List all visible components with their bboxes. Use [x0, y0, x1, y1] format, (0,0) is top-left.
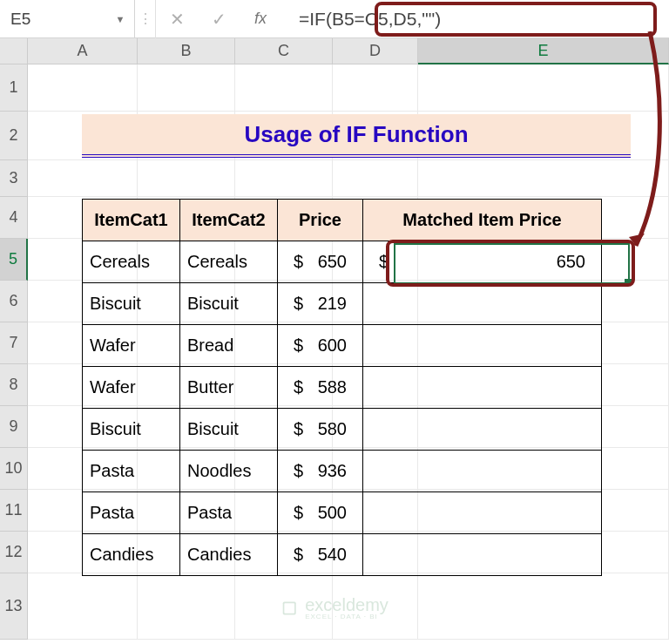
header-price[interactable]: Price	[278, 200, 363, 241]
table-header-row: ItemCat1 ItemCat2 Price Matched Item Pri…	[83, 200, 602, 241]
row-header-5[interactable]: 5	[0, 239, 28, 281]
table-row: PastaNoodles$936	[83, 451, 602, 492]
cell-matched-price[interactable]	[363, 534, 602, 576]
cell-price[interactable]: $600	[278, 325, 363, 367]
table-row: WaferBread$600	[83, 325, 602, 367]
cell-itemcat2[interactable]: Cereals	[180, 241, 278, 283]
select-all-corner[interactable]	[0, 38, 28, 64]
cell-itemcat2[interactable]: Butter	[180, 367, 278, 409]
column-header-b[interactable]: B	[138, 38, 235, 64]
row-header-4[interactable]: 4	[0, 197, 28, 239]
cell-matched-price[interactable]	[363, 367, 602, 409]
name-box[interactable]: E5 ▼	[0, 0, 135, 38]
row-header-11[interactable]: 11	[0, 490, 28, 532]
x-icon: ✕	[170, 9, 185, 30]
watermark-icon	[280, 600, 298, 617]
watermark-brand: exceldemy	[305, 596, 389, 613]
header-itemcat1[interactable]: ItemCat1	[83, 200, 180, 241]
cell-itemcat1[interactable]: Candies	[83, 534, 180, 576]
row-header-6[interactable]: 6	[0, 281, 28, 322]
row-header-8[interactable]: 8	[0, 364, 28, 406]
column-header-a[interactable]: A	[28, 38, 138, 64]
accept-formula-button[interactable]: ✓	[198, 0, 240, 38]
cell-price[interactable]: $219	[278, 283, 363, 325]
watermark-tagline: EXCEL · DATA · BI	[305, 613, 389, 620]
cell-price[interactable]: $540	[278, 534, 363, 576]
cell-price[interactable]: $580	[278, 409, 363, 451]
column-headers: ABCDE	[28, 38, 669, 64]
cell-matched-price[interactable]	[363, 283, 602, 325]
data-table: ItemCat1 ItemCat2 Price Matched Item Pri…	[82, 199, 602, 576]
cell-price[interactable]: $588	[278, 367, 363, 409]
cell-price[interactable]: $936	[278, 451, 363, 492]
title-text: Usage of IF Function	[244, 121, 468, 148]
cell-itemcat1[interactable]: Pasta	[83, 492, 180, 534]
column-header-e[interactable]: E	[418, 38, 669, 64]
table-row: CandiesCandies$540	[83, 534, 602, 576]
cell-itemcat1[interactable]: Pasta	[83, 451, 180, 492]
cell-itemcat1[interactable]: Wafer	[83, 325, 180, 367]
cell-matched-price[interactable]: $650	[363, 241, 602, 283]
cell-itemcat2[interactable]: Biscuit	[180, 409, 278, 451]
check-icon: ✓	[212, 9, 226, 30]
cell-matched-price[interactable]	[363, 451, 602, 492]
row-header-13[interactable]: 13	[0, 573, 28, 640]
formula-input[interactable]: =IF(B5=C5,D5,"")	[281, 0, 669, 38]
row-header-2[interactable]: 2	[0, 112, 28, 160]
table-row: CerealsCereals$650$650	[83, 241, 602, 283]
formula-text: =IF(B5=C5,D5,"")	[299, 9, 441, 30]
table-row: BiscuitBiscuit$219	[83, 283, 602, 325]
cell-itemcat2[interactable]: Bread	[180, 325, 278, 367]
row-header-3[interactable]: 3	[0, 160, 28, 197]
header-itemcat2[interactable]: ItemCat2	[180, 200, 278, 241]
cell-itemcat1[interactable]: Cereals	[83, 241, 180, 283]
sheet-title: Usage of IF Function	[82, 114, 631, 158]
cell-price[interactable]: $500	[278, 492, 363, 534]
row-header-9[interactable]: 9	[0, 406, 28, 448]
row-header-12[interactable]: 12	[0, 532, 28, 573]
watermark: exceldemy EXCEL · DATA · BI	[280, 596, 389, 620]
cell-matched-price[interactable]	[363, 325, 602, 367]
header-matched-price[interactable]: Matched Item Price	[363, 200, 602, 241]
column-header-d[interactable]: D	[333, 38, 418, 64]
cell-matched-price[interactable]	[363, 409, 602, 451]
row-header-1[interactable]: 1	[0, 64, 28, 112]
cell-matched-price[interactable]	[363, 492, 602, 534]
table-row: WaferButter$588	[83, 367, 602, 409]
name-box-dropdown-icon[interactable]: ▼	[113, 11, 127, 27]
cell-itemcat2[interactable]: Noodles	[180, 451, 278, 492]
cell-itemcat1[interactable]: Biscuit	[83, 409, 180, 451]
cancel-formula-button[interactable]: ✕	[156, 0, 198, 38]
fx-label[interactable]: fx	[240, 10, 281, 28]
column-header-c[interactable]: C	[235, 38, 333, 64]
cell-price[interactable]: $650	[278, 241, 363, 283]
row-header-7[interactable]: 7	[0, 322, 28, 364]
table-row: BiscuitBiscuit$580	[83, 409, 602, 451]
cell-itemcat1[interactable]: Biscuit	[83, 283, 180, 325]
row-header-10[interactable]: 10	[0, 448, 28, 490]
cell-itemcat2[interactable]: Candies	[180, 534, 278, 576]
row-headers: 12345678910111213	[0, 64, 28, 640]
formula-bar: E5 ▼ ⋮ ✕ ✓ fx =IF(B5=C5,D5,"")	[0, 0, 669, 38]
cell-itemcat2[interactable]: Biscuit	[180, 283, 278, 325]
table-row: PastaPasta$500	[83, 492, 602, 534]
name-box-value: E5	[10, 10, 30, 29]
formula-bar-divider: ⋮	[135, 0, 156, 38]
cell-itemcat1[interactable]: Wafer	[83, 367, 180, 409]
svg-rect-1	[284, 603, 294, 613]
cell-itemcat2[interactable]: Pasta	[180, 492, 278, 534]
